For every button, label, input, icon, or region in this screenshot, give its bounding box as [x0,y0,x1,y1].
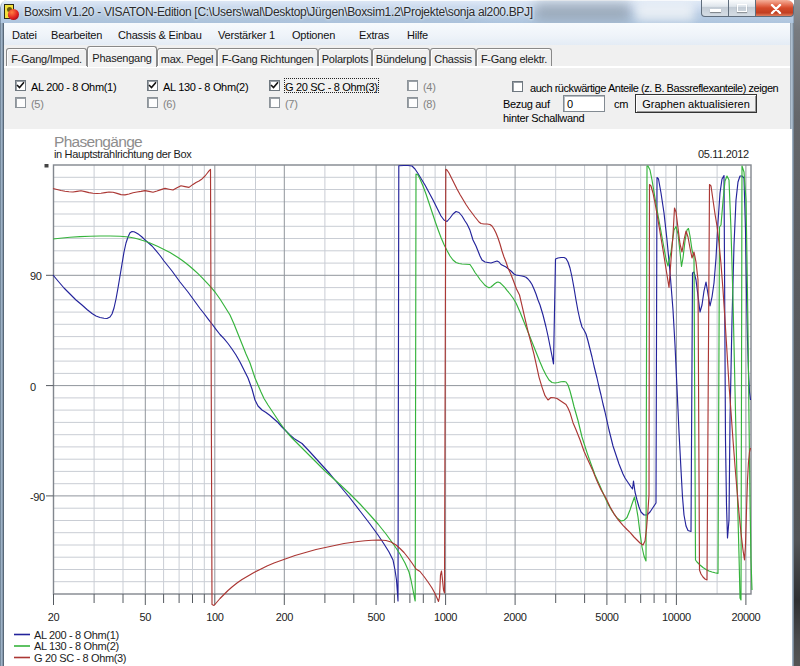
svg-text:5000: 5000 [595,611,618,623]
svg-text:20: 20 [48,611,60,623]
svg-text:20000: 20000 [731,611,760,623]
svg-text:500: 500 [367,611,385,623]
svg-text:10000: 10000 [662,611,691,623]
svg-text:50: 50 [140,611,152,623]
svg-text:05.11.2012: 05.11.2012 [698,148,749,160]
svg-text:AL 130 - 8 Ohm(2): AL 130 - 8 Ohm(2) [34,640,119,652]
svg-text:200: 200 [276,611,294,623]
svg-text:1000: 1000 [434,611,457,623]
svg-text:Phasengänge: Phasengänge [54,133,142,150]
svg-text:100: 100 [206,611,224,623]
svg-text:2000: 2000 [504,611,527,623]
svg-text:-90: -90 [30,491,45,503]
svg-text:G 20 SC - 8 Ohm(3): G 20 SC - 8 Ohm(3) [34,652,126,664]
svg-text:90: 90 [30,270,42,282]
svg-text:AL 200 - 8 Ohm(1): AL 200 - 8 Ohm(1) [34,629,119,641]
svg-text:0: 0 [30,381,36,393]
